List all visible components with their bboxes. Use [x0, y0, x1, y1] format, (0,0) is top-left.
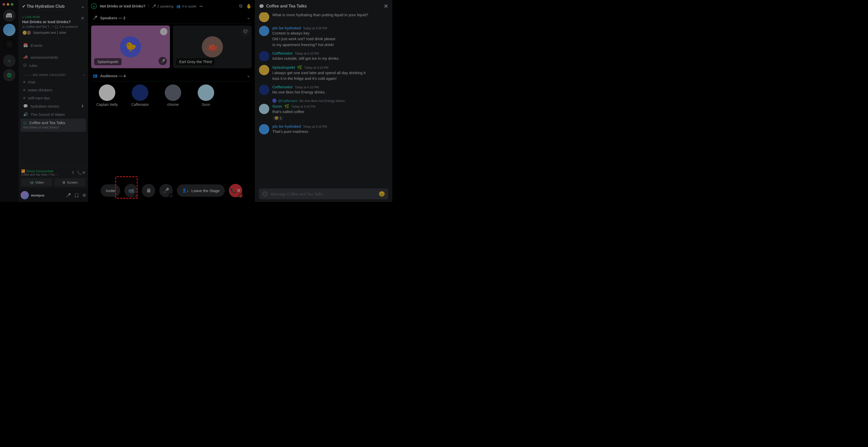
audience-member[interactable]: Captain Nelly: [94, 85, 120, 107]
avatar[interactable]: [259, 26, 269, 36]
sidebar-stage-active[interactable]: ◎Coffee and Tea Talks Hot Drinks or Iced…: [21, 119, 86, 132]
message-author[interactable]: Splashspekt: [272, 65, 295, 69]
speaker-name: Splashspekt: [94, 58, 122, 65]
signal-icon: 📶: [21, 169, 25, 173]
people-icon: 👥: [93, 73, 98, 78]
discover-button[interactable]: [3, 69, 16, 81]
message-author[interactable]: Caffeinator: [272, 85, 293, 89]
message-author[interactable]: pls be hydrated: [272, 26, 301, 30]
chevron-down-icon[interactable]: ⌄: [247, 16, 250, 20]
stage-icon: ◎: [23, 120, 27, 125]
deafen-icon[interactable]: 🎧: [74, 193, 79, 198]
sidebar-rules[interactable]: ☑rules: [21, 62, 86, 69]
audience-member[interactable]: Sunn: [193, 85, 219, 107]
discord-home[interactable]: [3, 9, 16, 22]
chat-input[interactable]: ＋ Message Coffee and Tea Talks 😑: [259, 188, 388, 199]
hash-icon: #: [23, 80, 25, 84]
live-presenters: Splashspekt and 1 other: [33, 31, 66, 34]
screenshare-button[interactable]: 🖥: [142, 184, 155, 197]
close-icon[interactable]: ✕: [384, 3, 388, 9]
noise-suppression-icon[interactable]: ⫴: [72, 170, 74, 175]
sidebar-events[interactable]: 📅Events: [21, 41, 86, 49]
mute-icon[interactable]: 🎤: [66, 193, 71, 198]
more-icon[interactable]: •••: [199, 4, 203, 8]
avatar[interactable]: [259, 65, 269, 75]
message-body: that's called coffee: [272, 109, 315, 114]
speaker-icon: 🔊: [23, 112, 28, 117]
speaker-avatar: 🐤: [120, 36, 141, 57]
audience-member[interactable]: Caffeinator: [127, 85, 153, 107]
calendar-icon: 📅: [23, 43, 28, 48]
stage-icon: ◉: [91, 3, 97, 9]
disconnect-button[interactable]: 📞✕⌄: [229, 184, 242, 197]
speakers-label: Speakers — 2: [100, 16, 125, 20]
leaf-icon: 🌿: [284, 104, 289, 109]
chevron-down-icon[interactable]: ⌄: [238, 193, 243, 198]
message-body: Did I just work out? Iced drink please: [272, 36, 335, 41]
video-button[interactable]: 📹Video: [21, 178, 52, 186]
sidebar-selfcare[interactable]: #self-care-tips: [21, 94, 86, 102]
live-title: Hot Drinks or Iced Drinks?: [22, 20, 85, 24]
sidebar-sound[interactable]: 🔊The Sound of Water: [21, 111, 86, 118]
sidebar-chat[interactable]: #chat: [21, 78, 86, 86]
message-author[interactable]: Caffeinator: [272, 51, 293, 55]
settings-icon[interactable]: ⚙: [82, 193, 86, 198]
mic-muted-icon: 🎤̸: [159, 57, 167, 65]
user-avatar[interactable]: [21, 191, 29, 199]
avatar[interactable]: [259, 85, 269, 95]
live-stage-banner[interactable]: ✕ LIVE NOW Hot Drinks or Iced Drinks? ◎ …: [19, 12, 88, 39]
message-body: No one likes hot Energy drinks.: [272, 90, 326, 95]
message-body: toss it in the fridge and it's cold agai…: [272, 76, 366, 81]
chevron-down-icon[interactable]: ⌄: [247, 73, 250, 78]
server-icon-2[interactable]: [3, 38, 16, 51]
mic-button[interactable]: 🎤⌄: [159, 184, 173, 197]
user-name: wumpus: [31, 193, 44, 197]
screen-icon: 🖥: [62, 180, 65, 184]
sidebar-water[interactable]: #water-drinkers: [21, 86, 86, 94]
speaker-name: Earl Grey the Third: [176, 58, 215, 65]
speaker-card-1[interactable]: ★ 🐤 Splashspekt 🎤̸: [91, 26, 170, 68]
raise-hand-icon[interactable]: ✋: [246, 3, 252, 9]
invite-button[interactable]: Invite: [101, 184, 120, 197]
server-header[interactable]: ✔ The Hydration Club ⌄: [19, 0, 88, 12]
audience-count: 4 in audie: [182, 4, 196, 8]
server-icon-1[interactable]: [3, 24, 16, 36]
headphones-icon: 🎧: [55, 25, 58, 29]
avatar[interactable]: [259, 12, 269, 22]
moderator-badge-icon: ★: [160, 28, 167, 35]
leave-stage-button[interactable]: 👤↓Leave the Stage: [177, 184, 225, 197]
reply-reference[interactable]: @CaffeinatorNo one likes hot Energy drin…: [272, 99, 388, 103]
message-author[interactable]: Sunn: [272, 104, 282, 109]
screen-share-button[interactable]: 🖥Screen: [54, 178, 86, 186]
emoji-button[interactable]: 😑: [379, 191, 385, 197]
chevron-down-icon[interactable]: ⌄: [168, 193, 173, 198]
reaction[interactable]: 😂1: [272, 116, 283, 120]
add-channel-icon[interactable]: ＋: [83, 73, 86, 77]
disconnect-icon[interactable]: 📞✕: [77, 170, 86, 175]
message-time: Today at 4:10 PM: [291, 105, 315, 109]
message-time: Today at 4:10 PM: [304, 66, 328, 69]
message-body: That's pure madness: [272, 129, 327, 134]
camera-button[interactable]: 📹⌄: [124, 184, 138, 197]
chevron-down-icon[interactable]: ⌄: [133, 193, 138, 198]
close-icon[interactable]: ✕: [81, 16, 85, 21]
avatar[interactable]: [259, 51, 269, 61]
chevron-down-icon: ⌄: [81, 4, 85, 9]
sidebar-announcements[interactable]: 📣announcements: [21, 53, 86, 61]
add-server-button[interactable]: ＋: [3, 55, 16, 67]
thread-icon: 💬: [23, 104, 28, 109]
sidebar-stories[interactable]: 💬hydration-stories1: [21, 102, 86, 110]
attach-button[interactable]: ＋: [262, 191, 268, 197]
speaker-card-2[interactable]: 🛡 🫖 Earl Grey the Third: [173, 26, 252, 68]
pip-icon[interactable]: ⧉: [239, 3, 243, 9]
message-time: Today at 4:10 PM: [295, 52, 319, 55]
message-author[interactable]: pls be hydrated: [272, 124, 301, 128]
speaker-avatar: 🫖: [202, 36, 223, 57]
chat-icon: 💬: [259, 4, 264, 9]
audience-member[interactable]: chisme: [160, 85, 186, 107]
category-header[interactable]: ⌄ ----- BIG DRINK CATEGORY＋: [19, 69, 88, 78]
avatar[interactable]: [259, 104, 269, 114]
avatar[interactable]: [259, 124, 269, 135]
hash-icon: #: [23, 88, 25, 92]
leave-icon: 👤↓: [182, 188, 189, 193]
